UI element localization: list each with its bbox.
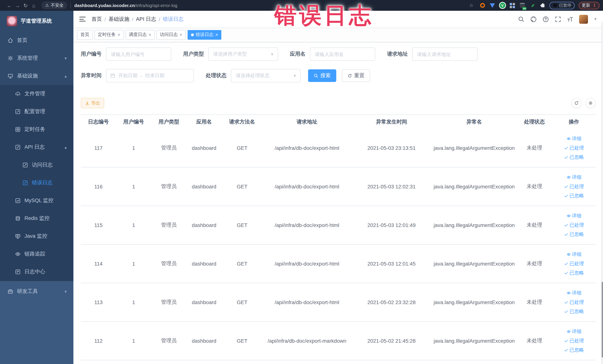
mark-processed-link[interactable]: 已处理 — [564, 183, 584, 190]
mark-processed-link[interactable]: 已处理 — [564, 260, 584, 267]
github-icon[interactable] — [530, 16, 537, 23]
mark-ignored-link[interactable]: 已忽略 — [564, 154, 584, 161]
date-range-picker[interactable]: 开始日期 - 结束日期 — [106, 69, 194, 82]
forward-icon[interactable]: → — [13, 2, 22, 8]
detail-link[interactable]: 详细 — [566, 290, 581, 296]
back-icon[interactable]: ← — [5, 2, 13, 8]
sidebar-item-api-log[interactable]: API 日志 ▲ — [0, 138, 73, 156]
sidebar-item-cron[interactable]: 定时任务 — [0, 120, 73, 138]
help-icon[interactable] — [542, 16, 549, 23]
mark-processed-link[interactable]: 已处理 — [564, 338, 584, 344]
fullscreen-icon[interactable] — [555, 16, 561, 23]
reset-button[interactable]: 重置 — [342, 69, 370, 82]
user-id-cell: 1 — [116, 261, 151, 267]
sidebar-item-log-center[interactable]: 日志中心 — [0, 263, 73, 281]
detail-link[interactable]: 详细 — [566, 251, 581, 258]
mark-processed-link[interactable]: 已处理 — [564, 145, 584, 151]
tab-home[interactable]: 首页 — [77, 30, 93, 39]
extension-blue-icon[interactable] — [489, 2, 495, 8]
processed-link-label: 已处理 — [569, 145, 584, 151]
sidebar-item-label: Redis 监控 — [24, 215, 49, 222]
emoji-icon: 😂 — [553, 3, 557, 8]
sidebar-item-config[interactable]: 配置管理 — [0, 103, 73, 120]
user-type-select[interactable]: 请选择用户类型 ▼ — [208, 47, 278, 61]
hamburger-icon[interactable] — [79, 17, 86, 22]
sidebar-item-java[interactable]: Java 监控 — [0, 227, 73, 245]
sidebar-item-mysql[interactable]: MySQL 监控 — [0, 192, 73, 210]
detail-link[interactable]: 详细 — [566, 328, 581, 335]
tab-close-icon[interactable]: × — [117, 32, 120, 37]
mark-processed-link[interactable]: 已处理 — [564, 222, 584, 228]
detail-link[interactable]: 详细 — [566, 174, 581, 181]
mark-ignored-link[interactable]: 已忽略 — [564, 231, 584, 238]
tab-access-log[interactable]: 访问日志 × — [156, 30, 186, 39]
sidebar-item-devtools[interactable]: 研发工具 ▼ — [0, 281, 73, 302]
mark-ignored-link[interactable]: 已忽略 — [564, 270, 584, 276]
detail-link[interactable]: 详细 — [566, 212, 581, 219]
paused-pill[interactable]: 😂 已暂停 — [549, 2, 575, 9]
sidebar-item-redis[interactable]: Redis 监控 — [0, 210, 73, 227]
table-body: 117 1 管理员 dashboard GET /api/infra/db-do… — [81, 129, 596, 361]
extension-grid-icon[interactable] — [509, 2, 515, 8]
sidebar-item-error-log[interactable]: 错误日志 — [0, 174, 73, 192]
process-status-select[interactable]: 请选择处理状态 ▼ — [231, 69, 301, 82]
search-icon[interactable] — [518, 16, 525, 23]
extension-leaf-icon[interactable] — [529, 2, 535, 8]
mark-ignored-link[interactable]: 已忽略 — [564, 308, 584, 315]
tab-cron[interactable]: 定时任务 × — [94, 30, 124, 39]
font-size-icon[interactable] — [567, 16, 574, 23]
tab-close-icon[interactable]: × — [215, 32, 218, 37]
url-host[interactable]: dashboard.yudao.iocoder.cn — [74, 3, 135, 8]
search-icon — [314, 73, 318, 78]
app-name-input[interactable] — [310, 47, 375, 61]
eye-icon — [566, 175, 571, 179]
extension-proxy-icon[interactable]: on — [519, 2, 525, 8]
tab-error-log[interactable]: 错误日志 × — [188, 30, 221, 39]
breadcrumb-item[interactable]: API 日志 — [136, 16, 156, 23]
request-url-cell: /api/infra/db-doc/export-html — [263, 222, 351, 228]
extensions-puzzle-icon[interactable] — [539, 2, 545, 8]
export-button[interactable]: 导出 — [81, 98, 104, 108]
update-button[interactable]: 更新 ⋮ — [579, 2, 600, 9]
breadcrumb-item[interactable]: 基础设施 — [109, 16, 129, 23]
user-id-input[interactable] — [106, 47, 171, 61]
user-menu-caret-icon[interactable]: ▼ — [593, 17, 597, 21]
tab-schedule-log[interactable]: 调度日志 × — [126, 30, 155, 39]
request-url-input[interactable] — [412, 47, 477, 61]
home-icon[interactable]: ⌂ — [30, 2, 38, 8]
sidebar-item-file-manage[interactable]: 文件管理 — [0, 85, 73, 103]
mark-ignored-link[interactable]: 已忽略 — [564, 347, 584, 353]
user-avatar[interactable] — [579, 15, 588, 23]
bookmark-star-icon[interactable]: ☆ — [467, 3, 475, 8]
mark-processed-link[interactable]: 已处理 — [564, 299, 584, 305]
url-path[interactable]: /infra/log/api-error-log — [135, 3, 177, 8]
column-settings-button[interactable] — [585, 98, 596, 108]
sidebar-item-trace[interactable]: 链路追踪 — [0, 245, 73, 263]
breadcrumb-item[interactable]: 首页 — [92, 16, 102, 23]
refresh-table-button[interactable] — [571, 98, 582, 108]
tab-close-icon[interactable]: × — [149, 32, 151, 37]
mark-ignored-link[interactable]: 已忽略 — [564, 192, 584, 199]
page-scrollbar[interactable] — [601, 22, 603, 364]
actions-cell: 详细 已处理 已忽略 — [552, 135, 596, 161]
extension-v-icon[interactable]: V — [499, 2, 505, 8]
check-icon — [564, 223, 568, 227]
method-cell: GET — [222, 338, 263, 344]
column-header: 异常发生时间 — [351, 119, 431, 125]
detail-link[interactable]: 详细 — [566, 135, 581, 142]
sidebar-item-system[interactable]: 系统管理 ▼ — [0, 49, 73, 67]
user-id-cell: 1 — [116, 338, 151, 344]
security-chip[interactable]: ⚠ 不安全 — [42, 1, 67, 9]
browser-menu-dots-icon[interactable]: ⋮ — [592, 3, 596, 8]
scrollbar-thumb[interactable] — [602, 282, 603, 357]
extension-orange-icon[interactable] — [479, 2, 485, 8]
sidebar-item-access-log[interactable]: 访问日志 — [0, 156, 73, 174]
sidebar-item-infra[interactable]: 基础设施 ▲ — [0, 67, 73, 85]
tab-close-icon[interactable]: × — [179, 32, 182, 37]
sidebar-item-home[interactable]: 首页 — [0, 32, 73, 49]
exception-name-cell: java.lang.IllegalArgumentException — [431, 299, 517, 305]
reload-icon[interactable]: ↻ — [22, 2, 30, 8]
table-header-row: 日志编号 用户编号 用户类型 应用名 请求方法名 请求地址 异常发生时间 异常名… — [81, 115, 596, 129]
search-button[interactable]: 搜索 — [308, 69, 336, 82]
app-logo[interactable]: 芋道管理系统 — [0, 11, 73, 32]
